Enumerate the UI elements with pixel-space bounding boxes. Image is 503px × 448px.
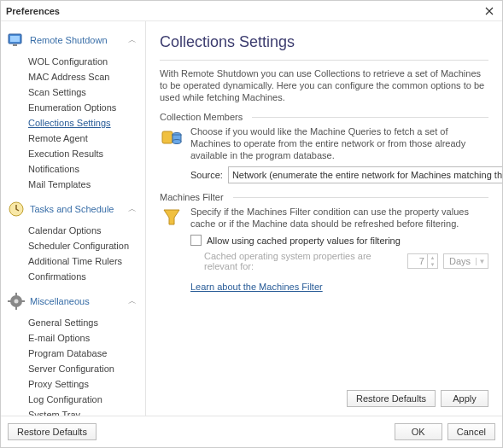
nav-program-database[interactable]: Program Database [28,346,145,361]
spinner-arrows: ▲▼ [427,254,437,268]
chevron-up-icon: ︿ [128,34,140,46]
nav-items-miscellaneous: General Settings E-mail Options Program … [4,315,145,416]
clock-icon [6,199,26,219]
svg-rect-9 [21,300,25,302]
close-icon [485,7,494,15]
window-title: Preferences [6,6,60,16]
section-miscellaneous: Miscellaneous ︿ General Settings E-mail … [4,288,145,416]
nav-confirmations[interactable]: Confirmations [28,269,145,284]
svg-rect-8 [8,300,11,302]
nav-additional-time-rulers[interactable]: Additional Time Rulers [28,253,145,269]
group-divider [233,197,488,198]
ok-button[interactable]: OK [395,423,442,440]
content-button-row: Restore Defaults Apply [160,385,488,407]
allow-cached-checkbox[interactable] [190,235,202,246]
group-title-label: Machines Filter [160,192,224,202]
footer: Restore Defaults OK Cancel [1,416,502,447]
apply-button[interactable]: Apply [441,390,488,407]
nav-execution-results[interactable]: Execution Results [28,146,145,161]
nav-enumeration-options[interactable]: Enumeration Options [28,100,145,115]
group-body: Choose if you would like the Machine Que… [160,125,488,161]
group-divider [252,117,488,118]
section-label: Tasks and Schedule [30,204,128,214]
preferences-window: Preferences Remote Shutdown ︿ WOL Config… [0,0,503,448]
svg-rect-6 [15,293,17,296]
nav-calendar-options[interactable]: Calendar Options [28,223,145,238]
chevron-up-icon: ︿ [128,203,140,215]
cache-text: Cached operating system properties are r… [204,251,402,271]
heading-divider [160,60,488,61]
chevron-up-icon: ︿ [128,295,140,307]
source-dropdown[interactable]: Network (enumerate the entire network fo… [228,166,502,183]
nav-email-options[interactable]: E-mail Options [28,330,145,346]
titlebar: Preferences [1,1,502,21]
restore-defaults-button[interactable]: Restore Defaults [347,390,436,407]
nav-scheduler-configuration[interactable]: Scheduler Configuration [28,238,145,253]
database-icon [160,125,184,149]
section-label: Remote Shutdown [30,35,128,45]
checkbox-row: Allow using cached property values for f… [190,235,488,246]
nav-general-settings[interactable]: General Settings [28,315,145,330]
nav-remote-agent[interactable]: Remote Agent [28,131,145,146]
group-machines-filter: Machines Filter Specify if the Machines … [160,192,488,292]
nav-items-remote-shutdown: WOL Configuration MAC Address Scan Scan … [4,54,145,192]
group-title-label: Collection Members [160,112,243,122]
monitor-icon [6,30,26,50]
section-label: Miscellaneous [30,296,128,306]
svg-rect-1 [10,36,20,42]
nav-server-configuration[interactable]: Server Configuration [28,361,145,376]
page-heading: Collections Settings [160,33,488,51]
cancel-button[interactable]: Cancel [447,423,495,440]
nav-log-configuration[interactable]: Log Configuration [28,392,145,407]
section-header-tasks-schedule[interactable]: Tasks and Schedule ︿ [4,195,145,223]
svg-rect-10 [162,131,173,143]
group-title-collection-members: Collection Members [160,112,488,122]
nav-proxy-settings[interactable]: Proxy Settings [28,376,145,392]
source-value: Network (enumerate the entire network fo… [229,170,502,180]
svg-point-13 [173,140,181,144]
checkbox-label: Allow using cached property values for f… [207,236,401,246]
footer-restore-defaults-button[interactable]: Restore Defaults [8,423,97,440]
cache-days-spinner[interactable]: 7 ▲▼ [407,253,438,269]
nav-scan-settings[interactable]: Scan Settings [28,84,145,100]
gear-icon [6,291,26,311]
nav-wol-configuration[interactable]: WOL Configuration [28,54,145,69]
group-collection-members: Collection Members Choose if you would l… [160,112,488,183]
group-title-machines-filter: Machines Filter [160,192,488,202]
close-button[interactable] [482,3,497,19]
svg-rect-2 [13,44,17,46]
section-tasks-schedule: Tasks and Schedule ︿ Calendar Options Sc… [4,195,145,284]
learn-filter-link[interactable]: Learn about the Machines Filter [190,282,323,292]
svg-rect-7 [15,306,17,310]
body: Remote Shutdown ︿ WOL Configuration MAC … [1,21,502,416]
source-row: Source: Network (enumerate the entire ne… [190,166,488,183]
nav-system-tray[interactable]: System Tray [28,407,145,416]
nav-mac-address-scan[interactable]: MAC Address Scan [28,69,145,84]
content-pane: Collections Settings With Remote Shutdow… [146,21,502,416]
group-body: Specify if the Machines Filter condition… [160,206,488,230]
chevron-down-icon: ▼ [476,258,488,265]
cache-days-value: 7 [408,254,427,268]
sidebar: Remote Shutdown ︿ WOL Configuration MAC … [1,21,146,416]
svg-point-5 [15,300,19,304]
section-header-miscellaneous[interactable]: Miscellaneous ︿ [4,288,145,315]
source-label: Source: [190,170,223,180]
nav-items-tasks-schedule: Calendar Options Scheduler Configuration… [4,223,145,284]
nav-collections-settings[interactable]: Collections Settings [28,115,145,131]
group-text: Choose if you would like the Machine Que… [190,125,488,161]
page-description: With Remote Shutdown you can use Collect… [160,67,488,103]
nav-mail-templates[interactable]: Mail Templates [28,177,145,192]
nav-notifications[interactable]: Notifications [28,161,145,177]
section-remote-shutdown: Remote Shutdown ︿ WOL Configuration MAC … [4,26,145,192]
funnel-icon [160,206,184,230]
cache-unit-value: Days [444,256,476,266]
group-text: Specify if the Machines Filter condition… [190,206,488,230]
section-header-remote-shutdown[interactable]: Remote Shutdown ︿ [4,26,145,54]
cache-row: Cached operating system properties are r… [204,251,488,271]
cache-unit-dropdown[interactable]: Days ▼ [443,253,488,269]
footer-right: OK Cancel [395,423,495,440]
spacer [160,300,488,385]
